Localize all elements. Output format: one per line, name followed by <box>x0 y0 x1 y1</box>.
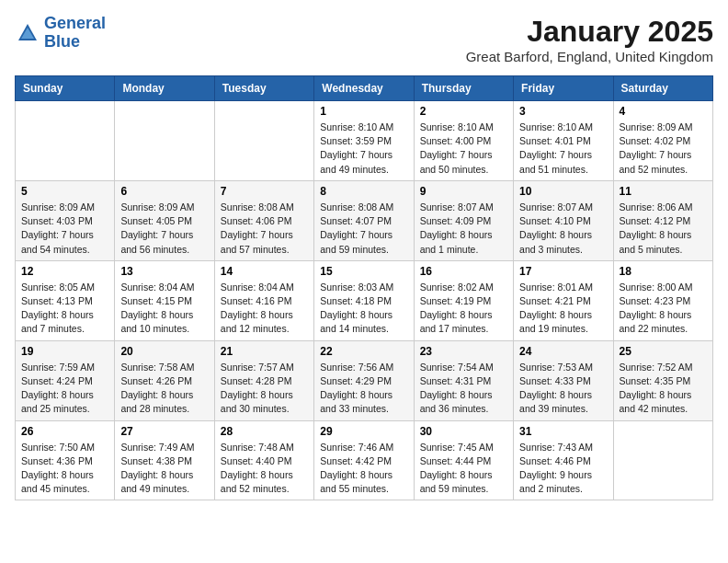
calendar-cell: 30Sunrise: 7:45 AM Sunset: 4:44 PM Dayli… <box>414 420 513 500</box>
calendar-cell: 3Sunrise: 8:10 AM Sunset: 4:01 PM Daylig… <box>514 101 613 181</box>
day-info: Sunrise: 8:09 AM Sunset: 4:03 PM Dayligh… <box>21 201 108 257</box>
day-info: Sunrise: 8:03 AM Sunset: 4:18 PM Dayligh… <box>320 281 407 337</box>
day-info: Sunrise: 7:53 AM Sunset: 4:33 PM Dayligh… <box>519 361 607 417</box>
location: Great Barford, England, United Kingdom <box>466 49 713 64</box>
day-info: Sunrise: 8:00 AM Sunset: 4:23 PM Dayligh… <box>620 281 707 337</box>
calendar-cell: 27Sunrise: 7:49 AM Sunset: 4:38 PM Dayli… <box>115 420 214 500</box>
month-title: January 2025 <box>466 15 713 49</box>
day-number: 31 <box>519 425 607 438</box>
calendar-cell: 20Sunrise: 7:58 AM Sunset: 4:26 PM Dayli… <box>115 340 214 420</box>
weekday-header-sunday: Sunday <box>16 76 115 101</box>
day-info: Sunrise: 8:08 AM Sunset: 4:06 PM Dayligh… <box>221 201 308 257</box>
calendar-cell <box>214 101 313 181</box>
day-number: 10 <box>519 185 607 198</box>
day-number: 1 <box>320 105 407 118</box>
day-number: 14 <box>221 265 308 278</box>
day-info: Sunrise: 7:59 AM Sunset: 4:24 PM Dayligh… <box>21 361 108 417</box>
day-info: Sunrise: 7:46 AM Sunset: 4:42 PM Dayligh… <box>320 441 407 497</box>
day-number: 7 <box>221 185 308 198</box>
day-info: Sunrise: 8:04 AM Sunset: 4:15 PM Dayligh… <box>120 281 208 337</box>
calendar-cell: 1Sunrise: 8:10 AM Sunset: 3:59 PM Daylig… <box>314 101 414 181</box>
logo-icon <box>15 20 40 46</box>
calendar-cell: 25Sunrise: 7:52 AM Sunset: 4:35 PM Dayli… <box>613 340 712 420</box>
day-number: 8 <box>320 185 407 198</box>
day-info: Sunrise: 7:45 AM Sunset: 4:44 PM Dayligh… <box>420 441 507 497</box>
day-info: Sunrise: 7:57 AM Sunset: 4:28 PM Dayligh… <box>221 361 308 417</box>
day-number: 11 <box>620 185 707 198</box>
day-info: Sunrise: 8:09 AM Sunset: 4:02 PM Dayligh… <box>620 121 707 177</box>
day-number: 28 <box>221 425 308 438</box>
day-info: Sunrise: 8:06 AM Sunset: 4:12 PM Dayligh… <box>620 201 707 257</box>
calendar-cell <box>16 101 115 181</box>
calendar-cell: 14Sunrise: 8:04 AM Sunset: 4:16 PM Dayli… <box>214 260 313 340</box>
day-number: 9 <box>420 185 507 198</box>
day-number: 19 <box>21 345 108 358</box>
day-info: Sunrise: 8:07 AM Sunset: 4:10 PM Dayligh… <box>519 201 607 257</box>
day-number: 21 <box>221 345 308 358</box>
calendar-cell: 22Sunrise: 7:56 AM Sunset: 4:29 PM Dayli… <box>314 340 414 420</box>
calendar-cell: 19Sunrise: 7:59 AM Sunset: 4:24 PM Dayli… <box>16 340 115 420</box>
calendar-cell: 11Sunrise: 8:06 AM Sunset: 4:12 PM Dayli… <box>613 180 712 260</box>
day-number: 26 <box>21 425 108 438</box>
day-info: Sunrise: 8:02 AM Sunset: 4:19 PM Dayligh… <box>420 281 507 337</box>
weekday-header-monday: Monday <box>115 76 214 101</box>
day-info: Sunrise: 8:08 AM Sunset: 4:07 PM Dayligh… <box>320 201 407 257</box>
calendar-cell: 26Sunrise: 7:50 AM Sunset: 4:36 PM Dayli… <box>16 420 115 500</box>
day-number: 13 <box>120 265 208 278</box>
weekday-header-friday: Friday <box>514 76 613 101</box>
day-info: Sunrise: 7:49 AM Sunset: 4:38 PM Dayligh… <box>120 441 208 497</box>
day-info: Sunrise: 7:43 AM Sunset: 4:46 PM Dayligh… <box>519 441 607 497</box>
day-info: Sunrise: 7:56 AM Sunset: 4:29 PM Dayligh… <box>320 361 407 417</box>
calendar-cell <box>115 101 214 181</box>
logo-text: General Blue <box>44 15 106 52</box>
weekday-header-wednesday: Wednesday <box>314 76 414 101</box>
weekday-header-thursday: Thursday <box>414 76 513 101</box>
calendar-cell: 18Sunrise: 8:00 AM Sunset: 4:23 PM Dayli… <box>613 260 712 340</box>
calendar-cell: 10Sunrise: 8:07 AM Sunset: 4:10 PM Dayli… <box>514 180 613 260</box>
day-info: Sunrise: 8:10 AM Sunset: 3:59 PM Dayligh… <box>320 121 407 177</box>
calendar-cell: 15Sunrise: 8:03 AM Sunset: 4:18 PM Dayli… <box>314 260 414 340</box>
day-info: Sunrise: 7:54 AM Sunset: 4:31 PM Dayligh… <box>420 361 507 417</box>
day-number: 3 <box>519 105 607 118</box>
calendar-cell: 4Sunrise: 8:09 AM Sunset: 4:02 PM Daylig… <box>613 101 712 181</box>
calendar-cell: 29Sunrise: 7:46 AM Sunset: 4:42 PM Dayli… <box>314 420 414 500</box>
day-info: Sunrise: 8:09 AM Sunset: 4:05 PM Dayligh… <box>120 201 208 257</box>
day-number: 16 <box>420 265 507 278</box>
calendar-cell: 31Sunrise: 7:43 AM Sunset: 4:46 PM Dayli… <box>514 420 613 500</box>
day-info: Sunrise: 8:05 AM Sunset: 4:13 PM Dayligh… <box>21 281 108 337</box>
calendar-cell: 21Sunrise: 7:57 AM Sunset: 4:28 PM Dayli… <box>214 340 313 420</box>
day-info: Sunrise: 7:58 AM Sunset: 4:26 PM Dayligh… <box>120 361 208 417</box>
calendar-cell: 16Sunrise: 8:02 AM Sunset: 4:19 PM Dayli… <box>414 260 513 340</box>
day-number: 18 <box>620 265 707 278</box>
day-number: 29 <box>320 425 407 438</box>
day-number: 5 <box>21 185 108 198</box>
day-info: Sunrise: 8:01 AM Sunset: 4:21 PM Dayligh… <box>519 281 607 337</box>
calendar-cell: 5Sunrise: 8:09 AM Sunset: 4:03 PM Daylig… <box>16 180 115 260</box>
page-header: General Blue January 2025 Great Barford,… <box>15 15 713 64</box>
day-number: 17 <box>519 265 607 278</box>
day-number: 6 <box>120 185 208 198</box>
day-number: 22 <box>320 345 407 358</box>
day-number: 2 <box>420 105 507 118</box>
day-number: 23 <box>420 345 507 358</box>
calendar-cell: 13Sunrise: 8:04 AM Sunset: 4:15 PM Dayli… <box>115 260 214 340</box>
day-info: Sunrise: 7:48 AM Sunset: 4:40 PM Dayligh… <box>221 441 308 497</box>
title-block: January 2025 Great Barford, England, Uni… <box>466 15 713 64</box>
calendar-cell: 28Sunrise: 7:48 AM Sunset: 4:40 PM Dayli… <box>214 420 313 500</box>
calendar-cell: 7Sunrise: 8:08 AM Sunset: 4:06 PM Daylig… <box>214 180 313 260</box>
calendar-cell: 12Sunrise: 8:05 AM Sunset: 4:13 PM Dayli… <box>16 260 115 340</box>
day-info: Sunrise: 8:10 AM Sunset: 4:00 PM Dayligh… <box>420 121 507 177</box>
day-number: 20 <box>120 345 208 358</box>
calendar-table: SundayMondayTuesdayWednesdayThursdayFrid… <box>15 75 713 500</box>
day-number: 27 <box>120 425 208 438</box>
logo: General Blue <box>15 15 106 52</box>
calendar-cell: 6Sunrise: 8:09 AM Sunset: 4:05 PM Daylig… <box>115 180 214 260</box>
day-info: Sunrise: 8:04 AM Sunset: 4:16 PM Dayligh… <box>221 281 308 337</box>
day-number: 12 <box>21 265 108 278</box>
calendar-cell: 9Sunrise: 8:07 AM Sunset: 4:09 PM Daylig… <box>414 180 513 260</box>
calendar-cell <box>613 420 712 500</box>
day-info: Sunrise: 7:52 AM Sunset: 4:35 PM Dayligh… <box>620 361 707 417</box>
day-number: 4 <box>620 105 707 118</box>
day-number: 30 <box>420 425 507 438</box>
day-info: Sunrise: 8:07 AM Sunset: 4:09 PM Dayligh… <box>420 201 507 257</box>
